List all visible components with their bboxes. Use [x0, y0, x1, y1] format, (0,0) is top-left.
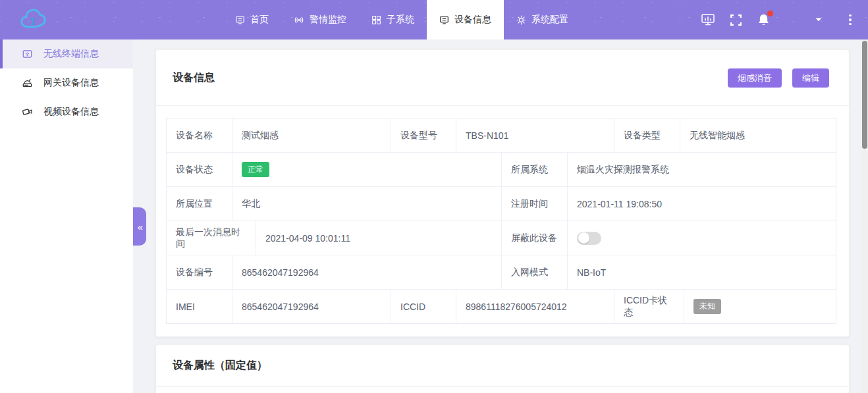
nav-item-label: 首页: [250, 14, 269, 26]
fullscreen-icon: [730, 14, 742, 26]
nav-item-label: 警情监控: [310, 14, 346, 26]
top-navbar: T 首页 警情监控 子系统: [0, 0, 868, 39]
nav-item-system-config[interactable]: 系统配置: [504, 0, 581, 39]
subsystem-icon: [371, 15, 381, 25]
table-row: 设备编号 865462047192964 入网模式 NB-IoT: [167, 255, 836, 290]
sidebar: 无线终端信息 网关设备信息 视频设备信息: [0, 39, 133, 393]
dashboard-button[interactable]: [701, 13, 715, 27]
main-content: 设备信息 烟感消音 编辑 设备名称 测试烟感 设备型号 TBS-N101 设备类…: [133, 39, 868, 393]
field-value: 865462047192964: [232, 290, 391, 323]
field-value: 未知: [684, 290, 836, 323]
field-value: TBS-N101: [456, 118, 614, 152]
device-info-card-body: 设备名称 测试烟感 设备型号 TBS-N101 设备类型 无线智能烟感 设备状态…: [156, 106, 849, 336]
main-menu: 首页 警情监控 子系统 设备信息: [223, 0, 581, 39]
sidebar-item-wireless-terminal[interactable]: 无线终端信息: [0, 39, 133, 68]
field-label: 设备型号: [391, 118, 456, 152]
toggle-knob: [578, 232, 589, 244]
caret-down-icon: [815, 17, 823, 22]
table-row: IMEI 865462047192964 ICCID 8986111827600…: [167, 290, 836, 323]
nav-item-home[interactable]: 首页: [223, 0, 281, 39]
field-label: 注册时间: [502, 187, 568, 221]
status-badge: 正常: [242, 162, 269, 176]
vertical-scrollbar: [861, 39, 868, 393]
dashboard-icon: [701, 13, 715, 26]
field-label: 设备类型: [614, 118, 680, 152]
field-label: 最后一次消息时间: [167, 221, 256, 255]
fullscreen-button[interactable]: [728, 13, 743, 27]
edit-button[interactable]: 编辑: [792, 68, 829, 88]
video-camera-icon: [22, 107, 33, 117]
app-logo: T: [0, 0, 79, 39]
device-info-card-header: 设备信息 烟感消音 编辑: [156, 50, 849, 106]
field-value: [568, 221, 836, 255]
home-icon: [235, 15, 245, 25]
wireless-terminal-icon: [22, 49, 33, 59]
nav-item-subsystem[interactable]: 子系统: [359, 0, 427, 39]
field-label: IMEI: [167, 290, 232, 323]
field-value: 华北: [232, 187, 502, 221]
field-value: NB-IoT: [568, 255, 836, 289]
field-value: 无线智能烟感: [680, 118, 836, 152]
device-attributes-card: 设备属性（固定值）: [155, 344, 850, 393]
kebab-icon: [849, 14, 852, 26]
field-value: 烟温火灾探测报警系统: [568, 153, 836, 186]
notifications-button[interactable]: [756, 13, 771, 27]
field-label: ICCID卡状态: [614, 290, 684, 323]
field-label: 入网模式: [502, 255, 568, 289]
device-info-card: 设备信息 烟感消音 编辑 设备名称 测试烟感 设备型号 TBS-N101 设备类…: [155, 49, 850, 337]
field-label: 屏蔽此设备: [502, 221, 568, 255]
sidebar-item-gateway[interactable]: 网关设备信息: [0, 68, 133, 97]
smoke-mute-button[interactable]: 烟感消音: [728, 68, 782, 88]
page-title: 设备信息: [173, 71, 215, 85]
table-row: 最后一次消息时间 2021-04-09 10:01:11 屏蔽此设备: [167, 221, 836, 255]
card-actions: 烟感消音 编辑: [728, 68, 829, 88]
field-value: 89861118276005724012: [456, 290, 614, 323]
scrollbar-thumb[interactable]: [862, 41, 867, 149]
table-row: 所属位置 华北 注册时间 2021-01-11 19:08:50: [167, 187, 836, 221]
notification-dot: [767, 11, 773, 16]
sidebar-item-label: 网关设备信息: [43, 77, 99, 89]
sidebar-item-label: 无线终端信息: [43, 48, 99, 60]
more-options-button[interactable]: [843, 13, 857, 27]
block-device-toggle[interactable]: [577, 232, 601, 245]
device-info-table: 设备名称 测试烟感 设备型号 TBS-N101 设备类型 无线智能烟感 设备状态…: [166, 118, 836, 324]
device-info-icon: [439, 15, 449, 25]
field-value: 2021-01-11 19:08:50: [568, 187, 836, 221]
table-row: 设备名称 测试烟感 设备型号 TBS-N101 设备类型 无线智能烟感: [167, 118, 836, 153]
navbar-actions: [688, 0, 868, 39]
field-label: 所属系统: [502, 153, 568, 186]
gateway-icon: [22, 78, 33, 88]
sidebar-item-label: 视频设备信息: [43, 106, 99, 118]
user-menu-button[interactable]: [811, 13, 826, 27]
iccid-status-badge: 未知: [693, 299, 721, 313]
nav-item-label: 设备信息: [454, 14, 491, 26]
page-layout: 无线终端信息 网关设备信息 视频设备信息 « 设备信息: [0, 39, 868, 393]
section-title: 设备属性（固定值）: [173, 359, 267, 373]
gear-icon: [516, 15, 526, 25]
field-value: 2021-04-09 10:01:11: [256, 221, 502, 255]
sidebar-collapse-button[interactable]: «: [133, 207, 146, 246]
nav-item-label: 系统配置: [531, 14, 568, 26]
field-label: ICCID: [391, 290, 456, 323]
nav-item-label: 子系统: [387, 14, 414, 26]
field-label: 设备状态: [167, 153, 232, 186]
field-label: 设备名称: [167, 118, 232, 152]
chevron-double-left-icon: «: [138, 221, 142, 232]
field-value: 865462047192964: [232, 255, 502, 289]
field-value: 正常: [232, 153, 502, 186]
broadcast-icon: [294, 15, 304, 25]
field-value: 测试烟感: [232, 118, 391, 152]
nav-item-device-info[interactable]: 设备信息: [427, 0, 504, 39]
field-label: 所属位置: [167, 187, 232, 221]
sidebar-item-video[interactable]: 视频设备信息: [0, 97, 133, 126]
device-attributes-card-header: 设备属性（固定值）: [156, 345, 849, 387]
nav-item-alarm-monitor[interactable]: 警情监控: [281, 0, 359, 39]
table-row: 设备状态 正常 所属系统 烟温火灾探测报警系统: [167, 153, 836, 187]
svg-text:T: T: [30, 16, 37, 27]
cloud-logo-icon: T: [18, 7, 49, 32]
field-label: 设备编号: [167, 255, 232, 289]
